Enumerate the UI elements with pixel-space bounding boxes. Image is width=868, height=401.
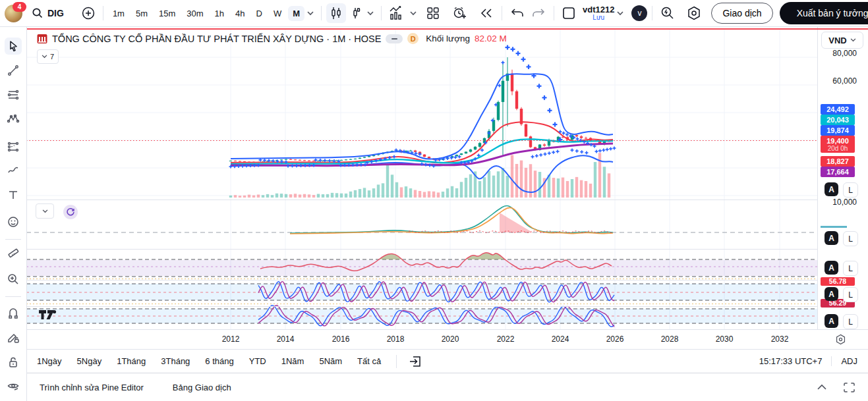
redo-icon[interactable] [528,4,549,22]
main-chart-canvas[interactable] [26,26,817,329]
adjust-data-toggle[interactable]: ADJ [831,356,857,366]
axis-settings-icon[interactable] [834,333,847,346]
chart-style-secondary-icon[interactable] [346,3,364,23]
magnet-tool[interactable] [5,305,22,322]
projection-tool[interactable] [5,138,22,155]
indicators-dropdown-icon[interactable] [407,9,419,18]
range-button-6-tháng[interactable]: 6 tháng [205,356,233,366]
panel-maximize-icon[interactable] [844,383,855,392]
range-button-5Năm[interactable]: 5Năm [319,356,342,366]
timeframe-button-30m[interactable]: 30m [182,6,208,21]
timeframe-button-1m[interactable]: 1m [108,6,129,21]
bar-replay-icon[interactable] [476,4,497,22]
panel-expand-chevron-icon[interactable] [816,383,828,392]
timeframe-button-5m[interactable]: 5m [131,6,152,21]
trend-line-tool[interactable] [5,62,22,79]
currency-toggle-button[interactable]: VND [821,32,863,49]
zoom-in-tool[interactable] [5,271,22,288]
price-badge: 19,874 [821,125,855,136]
drawing-lock-tool[interactable] [5,329,22,346]
layout-templates-icon[interactable] [423,3,443,23]
lock-all-tool[interactable] [5,354,22,371]
price-axis[interactable]: VND 80,00060,00010,00024,49220,04319,874… [817,26,868,349]
undo-icon[interactable] [507,4,528,22]
pane2-refresh-icon[interactable] [63,205,78,219]
log-scale-button[interactable]: L [843,287,858,302]
publish-idea-button[interactable]: Xuất bản ý tưởng [780,2,868,24]
symbol-search-input[interactable]: DIG [47,8,64,18]
log-scale-button[interactable]: L [843,314,858,329]
log-scale-button[interactable]: L [843,231,858,246]
xabcd-pattern-tool[interactable] [5,111,22,128]
data-interval-badge[interactable]: D [407,33,419,44]
time-axis[interactable]: 2012201420162018202020222024202620282030… [26,329,868,350]
chart-style-dropdown-icon[interactable] [364,9,376,18]
timeframe-button-D[interactable]: D [252,6,267,21]
log-scale-button[interactable]: L [843,261,858,276]
user-logo-avatar[interactable]: 4 [5,5,22,22]
trade-panel-tab[interactable]: Bảng Giao dịch [173,383,231,392]
chart-style-candles-icon[interactable] [326,3,346,23]
lock-all-tool-icon [7,356,20,369]
pane-scale-controls: AL [825,261,858,276]
pane-divider[interactable] [26,280,868,281]
zoom-in-tool-icon [7,273,20,286]
range-button-1Tháng[interactable]: 1Tháng [117,356,146,366]
timeframe-dropdown-icon[interactable] [304,9,316,18]
text-tool[interactable] [5,186,22,203]
auto-scale-button[interactable]: A [825,182,838,196]
emoji-tool[interactable] [5,213,22,230]
go-to-date-icon[interactable] [406,353,424,370]
layout-name-button[interactable]: vdt1212 Lưu [583,5,614,21]
auto-scale-button[interactable]: A [825,231,838,245]
timeframe-button-1h[interactable]: 1h [210,6,229,21]
hide-drawings-tool[interactable] [5,378,22,395]
timeframe-group: 1m5m15m30m1h4hDWM [108,6,304,21]
pane-divider[interactable] [26,306,868,307]
symbol-search-icon[interactable] [29,5,46,22]
pane-scale-controls: AL [825,182,858,198]
log-scale-button[interactable]: L [843,182,858,198]
timeframe-button-W[interactable]: W [269,6,286,21]
auto-scale-button[interactable]: A [825,261,838,275]
range-button-1Ngày[interactable]: 1Ngày [37,356,62,366]
cursor-tool[interactable] [5,38,22,55]
alert-icon[interactable] [449,3,471,23]
indicators-icon[interactable] [386,3,407,23]
range-button-YTD[interactable]: YTD [249,356,266,366]
clock[interactable]: 15:17:33 UTC+7 [759,356,823,366]
text-tool-icon [7,188,20,201]
notification-badge[interactable]: 4 [13,2,26,12]
compare-add-symbol-icon[interactable] [78,3,98,23]
horizontal-lines-tool[interactable] [5,86,22,103]
layout-name[interactable]: vdt1212 [583,5,614,14]
timeframe-button-15m[interactable]: 15m [154,6,180,21]
ruler-tool[interactable] [5,244,22,261]
symbol-title[interactable]: TỔNG CÔNG TY CỔ PHẦN ĐẦU TƯ PHÁT TRIỂN X… [52,34,381,44]
range-button-Tất-cả[interactable]: Tất cả [357,356,381,366]
volume-legend-value: 82.02 M [475,34,507,43]
timeframe-button-M[interactable]: M [288,6,304,21]
layout-dropdown-icon[interactable] [614,9,626,18]
auto-scale-button[interactable]: A [825,314,838,328]
quick-search-icon[interactable] [657,3,678,24]
pine-editor-tab[interactable]: Trình chỉnh sửa Pine Editor [40,383,144,392]
trade-button[interactable]: Giao dịch [711,3,772,24]
save-layout-label[interactable]: Lưu [593,14,604,22]
settings-icon[interactable] [683,3,705,24]
pane2-collapse-button[interactable] [36,203,54,219]
range-button-5Ngày[interactable]: 5Ngày [77,356,102,366]
object-tree-button[interactable]: 7 [37,49,59,64]
account-avatar[interactable]: v [631,5,647,21]
legend-minimize-pill[interactable] [386,34,403,43]
layout-select-icon[interactable] [559,3,579,23]
range-button-3Tháng[interactable]: 3Tháng [161,356,190,366]
brush-tool[interactable] [5,161,22,178]
timeframe-button-4h[interactable]: 4h [231,6,249,21]
pane-divider[interactable] [26,249,868,250]
price-scale-label: 10,000 [832,198,857,207]
auto-scale-button[interactable]: A [825,287,838,301]
volume-legend-label[interactable]: Khối lượng [426,34,470,43]
pane-divider[interactable] [26,200,868,200]
range-button-1Năm[interactable]: 1Năm [281,356,304,366]
